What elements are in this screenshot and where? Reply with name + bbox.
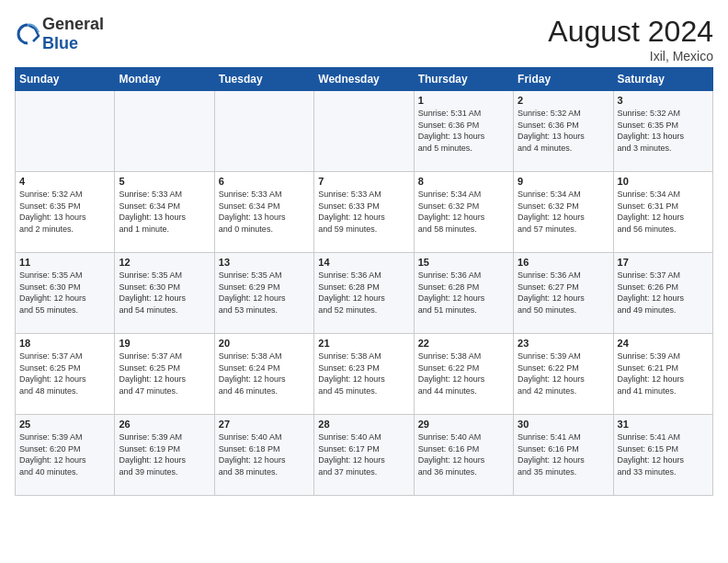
calendar-cell (115, 91, 214, 172)
day-number: 21 (318, 338, 409, 349)
calendar-cell: 1Sunrise: 5:31 AM Sunset: 6:36 PM Daylig… (414, 91, 513, 172)
day-number: 29 (418, 419, 509, 430)
day-number: 10 (618, 176, 709, 187)
calendar-cell: 8Sunrise: 5:34 AM Sunset: 6:32 PM Daylig… (414, 172, 513, 253)
calendar-week-row: 1Sunrise: 5:31 AM Sunset: 6:36 PM Daylig… (16, 91, 713, 172)
logo-general-text: General (42, 15, 104, 33)
calendar-cell: 28Sunrise: 5:40 AM Sunset: 6:17 PM Dayli… (314, 415, 414, 496)
calendar-cell: 20Sunrise: 5:38 AM Sunset: 6:24 PM Dayli… (214, 334, 313, 415)
calendar-cell: 10Sunrise: 5:34 AM Sunset: 6:31 PM Dayli… (613, 172, 712, 253)
day-number: 27 (219, 419, 310, 430)
calendar-cell: 25Sunrise: 5:39 AM Sunset: 6:20 PM Dayli… (16, 415, 115, 496)
day-number: 16 (518, 257, 609, 268)
calendar-cell: 3Sunrise: 5:32 AM Sunset: 6:35 PM Daylig… (613, 91, 712, 172)
day-info: Sunrise: 5:32 AM Sunset: 6:36 PM Dayligh… (518, 108, 609, 154)
calendar-cell (16, 91, 115, 172)
day-number: 5 (119, 176, 210, 187)
calendar-cell: 26Sunrise: 5:39 AM Sunset: 6:19 PM Dayli… (115, 415, 214, 496)
logo: General Blue (15, 15, 104, 53)
day-info: Sunrise: 5:40 AM Sunset: 6:16 PM Dayligh… (418, 431, 509, 477)
calendar-cell: 30Sunrise: 5:41 AM Sunset: 6:16 PM Dayli… (514, 415, 613, 496)
calendar-cell: 9Sunrise: 5:34 AM Sunset: 6:32 PM Daylig… (514, 172, 613, 253)
day-info: Sunrise: 5:41 AM Sunset: 6:16 PM Dayligh… (518, 431, 609, 477)
calendar-cell (214, 91, 313, 172)
calendar-cell: 24Sunrise: 5:39 AM Sunset: 6:21 PM Dayli… (613, 334, 712, 415)
header-sunday: Sunday (16, 68, 115, 91)
day-info: Sunrise: 5:33 AM Sunset: 6:33 PM Dayligh… (318, 189, 409, 235)
day-number: 19 (119, 338, 210, 349)
calendar-cell (314, 91, 414, 172)
day-number: 6 (219, 176, 310, 187)
calendar-cell: 12Sunrise: 5:35 AM Sunset: 6:30 PM Dayli… (115, 253, 214, 334)
day-info: Sunrise: 5:39 AM Sunset: 6:20 PM Dayligh… (19, 431, 110, 477)
location-subtitle: Ixil, Mexico (548, 49, 713, 63)
calendar-cell: 27Sunrise: 5:40 AM Sunset: 6:18 PM Dayli… (214, 415, 313, 496)
month-year-title: August 2024 (548, 15, 713, 49)
day-number: 24 (618, 338, 709, 349)
calendar-cell: 4Sunrise: 5:32 AM Sunset: 6:35 PM Daylig… (16, 172, 115, 253)
day-number: 13 (219, 257, 310, 268)
calendar-week-row: 4Sunrise: 5:32 AM Sunset: 6:35 PM Daylig… (16, 172, 713, 253)
day-info: Sunrise: 5:31 AM Sunset: 6:36 PM Dayligh… (418, 108, 509, 154)
day-number: 9 (518, 176, 609, 187)
logo-blue-text: Blue (42, 34, 78, 52)
day-info: Sunrise: 5:35 AM Sunset: 6:30 PM Dayligh… (19, 270, 110, 316)
day-info: Sunrise: 5:37 AM Sunset: 6:25 PM Dayligh… (19, 350, 110, 396)
day-info: Sunrise: 5:38 AM Sunset: 6:22 PM Dayligh… (418, 350, 509, 396)
day-number: 7 (318, 176, 409, 187)
day-number: 31 (618, 419, 709, 430)
header-tuesday: Tuesday (214, 68, 313, 91)
day-number: 30 (518, 419, 609, 430)
header-friday: Friday (514, 68, 613, 91)
day-info: Sunrise: 5:33 AM Sunset: 6:34 PM Dayligh… (219, 189, 310, 235)
calendar-cell: 11Sunrise: 5:35 AM Sunset: 6:30 PM Dayli… (16, 253, 115, 334)
calendar-cell: 15Sunrise: 5:36 AM Sunset: 6:28 PM Dayli… (414, 253, 513, 334)
day-info: Sunrise: 5:36 AM Sunset: 6:28 PM Dayligh… (318, 270, 409, 316)
day-info: Sunrise: 5:39 AM Sunset: 6:21 PM Dayligh… (618, 350, 709, 396)
day-info: Sunrise: 5:39 AM Sunset: 6:22 PM Dayligh… (518, 350, 609, 396)
calendar-cell: 7Sunrise: 5:33 AM Sunset: 6:33 PM Daylig… (314, 172, 414, 253)
day-number: 11 (19, 257, 110, 268)
calendar-cell: 18Sunrise: 5:37 AM Sunset: 6:25 PM Dayli… (16, 334, 115, 415)
title-block: August 2024 Ixil, Mexico (548, 15, 713, 63)
calendar-cell: 29Sunrise: 5:40 AM Sunset: 6:16 PM Dayli… (414, 415, 513, 496)
calendar-cell: 31Sunrise: 5:41 AM Sunset: 6:15 PM Dayli… (613, 415, 712, 496)
day-info: Sunrise: 5:35 AM Sunset: 6:30 PM Dayligh… (119, 270, 210, 316)
calendar-cell: 13Sunrise: 5:35 AM Sunset: 6:29 PM Dayli… (214, 253, 313, 334)
calendar-cell: 17Sunrise: 5:37 AM Sunset: 6:26 PM Dayli… (613, 253, 712, 334)
day-number: 18 (19, 338, 110, 349)
day-info: Sunrise: 5:40 AM Sunset: 6:17 PM Dayligh… (318, 431, 409, 477)
calendar-week-row: 25Sunrise: 5:39 AM Sunset: 6:20 PM Dayli… (16, 415, 713, 496)
day-number: 12 (119, 257, 210, 268)
day-number: 28 (318, 419, 409, 430)
day-info: Sunrise: 5:36 AM Sunset: 6:27 PM Dayligh… (518, 270, 609, 316)
day-info: Sunrise: 5:34 AM Sunset: 6:32 PM Dayligh… (418, 189, 509, 235)
header-wednesday: Wednesday (314, 68, 414, 91)
day-number: 17 (618, 257, 709, 268)
calendar-table: SundayMondayTuesdayWednesdayThursdayFrid… (15, 67, 713, 496)
day-number: 3 (618, 95, 709, 106)
calendar-cell: 5Sunrise: 5:33 AM Sunset: 6:34 PM Daylig… (115, 172, 214, 253)
day-info: Sunrise: 5:36 AM Sunset: 6:28 PM Dayligh… (418, 270, 509, 316)
calendar-week-row: 11Sunrise: 5:35 AM Sunset: 6:30 PM Dayli… (16, 253, 713, 334)
day-info: Sunrise: 5:39 AM Sunset: 6:19 PM Dayligh… (119, 431, 210, 477)
day-number: 15 (418, 257, 509, 268)
day-info: Sunrise: 5:41 AM Sunset: 6:15 PM Dayligh… (618, 431, 709, 477)
day-number: 14 (318, 257, 409, 268)
header-thursday: Thursday (414, 68, 513, 91)
calendar-cell: 16Sunrise: 5:36 AM Sunset: 6:27 PM Dayli… (514, 253, 613, 334)
day-number: 4 (19, 176, 110, 187)
calendar-cell: 22Sunrise: 5:38 AM Sunset: 6:22 PM Dayli… (414, 334, 513, 415)
calendar-cell: 23Sunrise: 5:39 AM Sunset: 6:22 PM Dayli… (514, 334, 613, 415)
day-info: Sunrise: 5:34 AM Sunset: 6:32 PM Dayligh… (518, 189, 609, 235)
day-info: Sunrise: 5:37 AM Sunset: 6:26 PM Dayligh… (618, 270, 709, 316)
day-number: 23 (518, 338, 609, 349)
day-info: Sunrise: 5:40 AM Sunset: 6:18 PM Dayligh… (219, 431, 310, 477)
day-number: 26 (119, 419, 210, 430)
header-saturday: Saturday (613, 68, 712, 91)
day-info: Sunrise: 5:37 AM Sunset: 6:25 PM Dayligh… (119, 350, 210, 396)
calendar-week-row: 18Sunrise: 5:37 AM Sunset: 6:25 PM Dayli… (16, 334, 713, 415)
day-info: Sunrise: 5:35 AM Sunset: 6:29 PM Dayligh… (219, 270, 310, 316)
header-monday: Monday (115, 68, 214, 91)
calendar-cell: 21Sunrise: 5:38 AM Sunset: 6:23 PM Dayli… (314, 334, 414, 415)
